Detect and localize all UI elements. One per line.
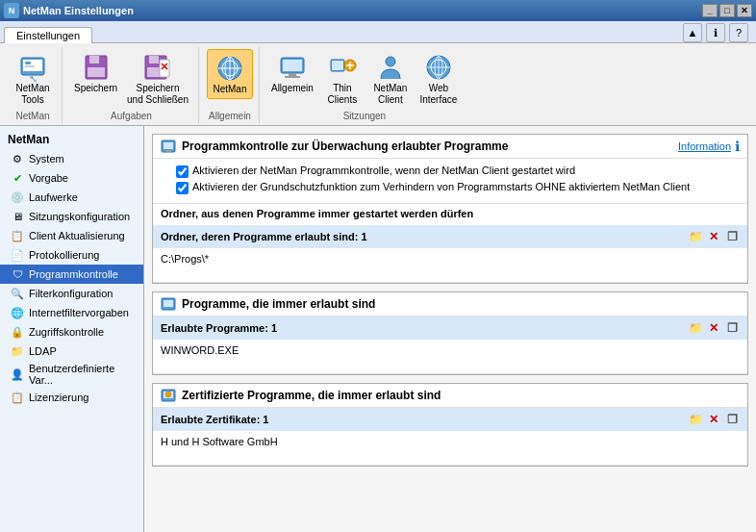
certs-actions: 📁 ✕ ❐ — [688, 412, 740, 427]
sidebar-item-vorgabe[interactable]: ✔ Vorgabe — [0, 168, 143, 188]
folder-actions: 📁 ✕ ❐ — [688, 229, 740, 244]
speichern-button[interactable]: Speichern — [70, 49, 121, 97]
thin-clients-icon — [327, 52, 358, 83]
programm-icon: 🛡 — [10, 266, 25, 282]
ribbon-group-netman-label: NetMan — [15, 111, 49, 121]
folder-delete-button[interactable]: ✕ — [706, 229, 721, 244]
window-title: NetMan Einstellungen — [23, 5, 134, 16]
web-interface-icon — [423, 52, 454, 83]
main-area: NetMan ⚙ System ✔ Vorgabe 💿 Laufwerke 🖥 … — [0, 126, 756, 532]
checkbox-row-2: Aktivieren der Grundschutzfunktion zum V… — [176, 181, 740, 194]
svg-rect-11 — [160, 60, 169, 77]
web-interface-button[interactable]: WebInterface — [416, 49, 462, 109]
netman-client-button[interactable]: NetManClient — [367, 49, 414, 109]
allgemein-sitz-button[interactable]: Allgemein — [267, 49, 317, 97]
web-interface-label: WebInterface — [419, 83, 457, 106]
sidebar-item-internetfiltervorgaben[interactable]: 🌐 Internetfiltervorgaben — [0, 303, 143, 322]
list-item: C:\Progs\* — [161, 252, 740, 266]
client-akt-icon: 📋 — [10, 228, 25, 243]
folder-subsection: Ordner, deren Programme erlaubt sind: 1 … — [153, 225, 747, 283]
sidebar-item-sitzungskonfiguration[interactable]: 🖥 Sitzungskonfiguration — [0, 207, 143, 226]
folder-subsection-header: Ordner, deren Programme erlaubt sind: 1 … — [153, 225, 747, 248]
sidebar-item-client-aktualisierung[interactable]: 📋 Client Aktualisierung — [0, 226, 143, 245]
speichern-icon — [81, 52, 112, 83]
speichern-label: Speichern — [74, 83, 117, 94]
svg-rect-3 — [25, 65, 35, 67]
svg-rect-22 — [285, 76, 300, 78]
checkbox-grundschutz[interactable] — [176, 182, 189, 194]
maximize-button[interactable]: □ — [719, 4, 735, 17]
sidebar-item-system[interactable]: ⚙ System — [0, 149, 143, 168]
sidebar-item-filterkonfiguration[interactable]: 🔍 Filterkonfiguration — [0, 284, 143, 303]
info-link[interactable]: Information — [678, 140, 731, 152]
list-item: H und H Software GmbH — [161, 435, 740, 448]
svg-point-41 — [165, 392, 171, 397]
app-icon: N — [4, 3, 19, 18]
programs-panel-header: Programme, die immer erlaubt sind — [153, 292, 747, 317]
speichern-schliessen-label: Speichernund Schließen — [127, 83, 189, 106]
scroll-up-button[interactable]: ▲ — [683, 23, 702, 42]
sidebar-item-protokollierung[interactable]: 📄 Protokollierung — [0, 245, 143, 265]
certs-add-button[interactable]: 📁 — [688, 412, 703, 427]
netman-tools-icon: 🔧 — [17, 52, 48, 83]
certs-icon — [161, 388, 176, 403]
netman-tools-button[interactable]: 🔧 NetManTools — [10, 49, 56, 109]
ribbon-toolbar: 🔧 NetManTools NetMan Speichern — [0, 42, 756, 125]
svg-rect-6 — [89, 56, 99, 63]
sidebar-header: NetMan — [0, 130, 143, 149]
folder-copy-button[interactable]: ❐ — [724, 229, 740, 244]
programs-add-button[interactable]: 📁 — [688, 320, 703, 336]
sidebar-item-benutzerdefinierte[interactable]: 👤 Benutzerdefinierte Var... — [0, 361, 143, 388]
folder-add-button[interactable]: 📁 — [688, 229, 703, 244]
checkbox-netman-start[interactable] — [176, 165, 189, 178]
ribbon-group-sitzungen-label: Sitzungen — [343, 111, 386, 121]
certs-delete-button[interactable]: ✕ — [706, 412, 721, 427]
ribbon-group-aufgaben-label: Aufgaben — [111, 111, 152, 121]
ribbon-group-allgemein: NetMan Allgemein — [201, 47, 260, 123]
svg-text:🔧: 🔧 — [29, 74, 38, 83]
svg-rect-24 — [332, 61, 343, 70]
svg-rect-20 — [283, 60, 302, 71]
title-bar: N NetMan Einstellungen _ □ ✕ — [0, 0, 756, 21]
certs-panel: Zertifizierte Programme, die immer erlau… — [152, 383, 748, 467]
programs-copy-button[interactable]: ❐ — [724, 320, 740, 336]
thin-clients-button[interactable]: ThinClients — [319, 49, 365, 109]
netman-allgemein-button[interactable]: NetMan — [207, 49, 253, 99]
tab-einstellungen[interactable]: Einstellungen — [4, 27, 92, 43]
main-panel-title: Programmkontrolle zur Überwachung erlaub… — [161, 139, 508, 154]
filter-icon: 🔍 — [10, 286, 25, 301]
svg-rect-7 — [88, 67, 105, 77]
info-circle-icon: ℹ — [735, 139, 740, 154]
ribbon-group-netman: 🔧 NetManTools NetMan — [4, 47, 63, 123]
programs-subsection: Erlaubte Programme: 1 📁 ✕ ❐ WINWORD.EXE — [153, 317, 747, 374]
ribbon: Einstellungen ▲ ℹ ? 🔧 — [0, 21, 756, 126]
window-controls[interactable]: _ □ ✕ — [702, 4, 752, 17]
protokoll-icon: 📄 — [10, 247, 25, 263]
laufwerke-icon: 💿 — [10, 190, 25, 205]
zugriff-icon: 🔒 — [10, 324, 25, 340]
programs-subsection-content: WINWORD.EXE — [153, 340, 747, 374]
sidebar-item-programmkontrolle[interactable]: 🛡 Programmkontrolle — [0, 265, 143, 284]
speichern-schliessen-button[interactable]: Speichernund Schließen — [123, 49, 192, 109]
sidebar-item-zugriffskontrolle[interactable]: 🔒 Zugriffskontrolle — [0, 322, 143, 342]
internet-filter-icon: 🌐 — [10, 305, 25, 320]
main-panel: Programmkontrolle zur Überwachung erlaub… — [152, 134, 748, 284]
sidebar: NetMan ⚙ System ✔ Vorgabe 💿 Laufwerke 🖥 … — [0, 126, 144, 532]
svg-point-28 — [386, 57, 395, 66]
allgemein-sitz-icon — [277, 52, 308, 83]
checkbox-row-1: Aktivieren der NetMan Programmkontrolle,… — [176, 165, 740, 178]
svg-rect-2 — [25, 62, 31, 64]
folders-subtitle: Ordner, aus denen Programme immer gestar… — [153, 203, 747, 225]
programs-delete-button[interactable]: ✕ — [706, 320, 721, 336]
info-button[interactable]: ℹ — [706, 23, 725, 42]
close-button[interactable]: ✕ — [737, 4, 752, 17]
lizenz-icon: 📋 — [10, 390, 25, 405]
netman-tools-label: NetManTools — [15, 83, 49, 106]
sidebar-item-lizenzierung[interactable]: 📋 Lizenzierung — [0, 388, 143, 407]
help-button[interactable]: ? — [729, 23, 748, 42]
thin-clients-label: ThinClients — [328, 83, 358, 106]
minimize-button[interactable]: _ — [702, 4, 718, 17]
sidebar-item-ldap[interactable]: 📁 LDAP — [0, 342, 143, 361]
certs-copy-button[interactable]: ❐ — [724, 412, 740, 427]
sidebar-item-laufwerke[interactable]: 💿 Laufwerke — [0, 188, 143, 207]
